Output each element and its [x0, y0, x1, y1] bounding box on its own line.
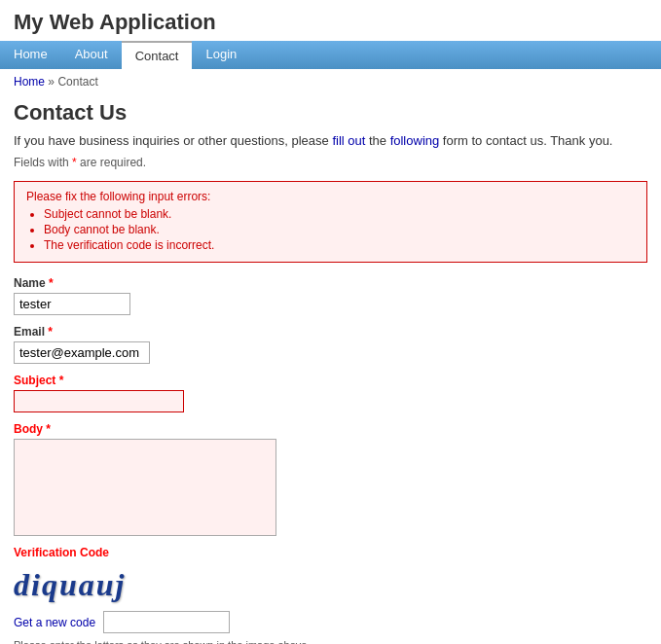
- nav-item-home[interactable]: Home: [0, 41, 61, 69]
- get-new-code-link[interactable]: Get a new code: [14, 616, 95, 629]
- main-nav: Home About Contact Login: [0, 41, 661, 69]
- captcha-note: Please enter the letters as they are sho…: [14, 637, 647, 644]
- breadcrumb-current: Contact: [57, 75, 97, 89]
- body-row: Body *: [14, 422, 647, 536]
- email-row: Email *: [14, 325, 647, 364]
- error-item-3: The verification code is incorrect.: [44, 238, 635, 252]
- name-input[interactable]: [14, 293, 130, 315]
- breadcrumb: Home » Contact: [0, 69, 661, 94]
- error-heading: Please fix the following input errors:: [26, 190, 635, 203]
- following-link[interactable]: following: [390, 133, 440, 148]
- email-input[interactable]: [14, 341, 150, 364]
- page-title: Contact Us: [14, 100, 647, 125]
- subject-input[interactable]: [14, 390, 184, 412]
- error-list: Subject cannot be blank. Body cannot be …: [44, 207, 635, 252]
- captcha-image: diquauj: [14, 563, 126, 607]
- page-content: Contact Us If you have business inquirie…: [0, 94, 661, 644]
- name-label: Name *: [14, 276, 647, 290]
- body-label: Body *: [14, 422, 647, 436]
- body-required-star: *: [46, 422, 51, 436]
- email-label: Email *: [14, 325, 647, 339]
- breadcrumb-home-link[interactable]: Home: [14, 75, 45, 89]
- app-header: My Web Application: [0, 0, 661, 41]
- app-title: My Web Application: [14, 10, 647, 35]
- breadcrumb-separator: »: [48, 75, 55, 89]
- error-box: Please fix the following input errors: S…: [14, 181, 647, 263]
- captcha-label: Verification Code: [14, 546, 647, 559]
- nav-item-about[interactable]: About: [61, 41, 122, 69]
- error-item-2: Body cannot be blank.: [44, 223, 635, 236]
- name-row: Name *: [14, 276, 647, 315]
- required-star: *: [72, 156, 77, 169]
- captcha-input[interactable]: [103, 611, 230, 633]
- captcha-row: Get a new code: [14, 611, 647, 633]
- subject-required-star: *: [59, 374, 64, 387]
- subject-row: Subject *: [14, 374, 647, 412]
- fill-out-link[interactable]: fill out: [332, 133, 365, 148]
- nav-item-contact[interactable]: Contact: [122, 41, 193, 69]
- nav-item-login[interactable]: Login: [192, 41, 250, 69]
- error-item-1: Subject cannot be blank.: [44, 207, 635, 221]
- required-note: Fields with * are required.: [14, 156, 647, 169]
- captcha-section: Verification Code diquauj Get a new code…: [14, 546, 647, 644]
- contact-form: Name * Email * Subject * Body *: [14, 276, 647, 644]
- name-required-star: *: [49, 276, 54, 290]
- subject-label: Subject *: [14, 374, 647, 387]
- intro-text: If you have business inquiries or other …: [14, 133, 647, 148]
- email-required-star: *: [48, 325, 53, 339]
- body-textarea[interactable]: [14, 439, 276, 536]
